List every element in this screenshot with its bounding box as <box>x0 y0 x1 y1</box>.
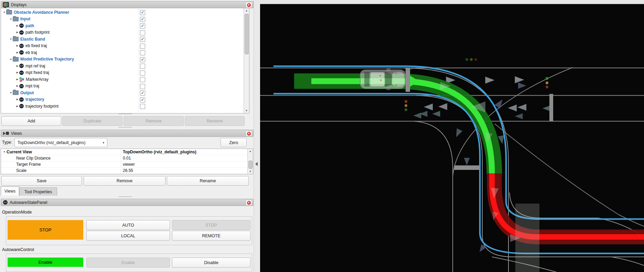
splitter-handle[interactable] <box>119 196 132 197</box>
tree-item-label: eb fixed traj <box>25 43 47 48</box>
enable-checkbox[interactable] <box>140 44 145 49</box>
scrollbar-thumb[interactable] <box>245 14 249 54</box>
tree-item-label: Model Predictive Trajectory <box>20 57 74 62</box>
duplicate-display-button: Duplicate <box>62 116 122 126</box>
tree-row-obstacle-avoidance-planner[interactable]: ▼Obstacle Avoidance Planner✓ <box>1 9 249 16</box>
tree-row-markerarray[interactable]: ▶MarkerArray <box>1 76 249 83</box>
tree-row-trajectory-footprint[interactable]: ▶∧∧trajectory footprint <box>1 103 249 110</box>
expand-arrow-icon[interactable]: ▶ <box>15 44 19 47</box>
tree-row-path[interactable]: ▶∧∧path✓ <box>1 22 249 29</box>
add-display-button[interactable]: Add <box>1 116 61 126</box>
displays-tree-scrollbar[interactable]: ▲ ▼ <box>244 8 249 113</box>
enable-checkbox[interactable] <box>140 50 145 55</box>
tree-row-path-footprint[interactable]: ▶∧∧path footprint <box>1 29 249 36</box>
tree-row-eb-traj[interactable]: ▶∧∧eb traj <box>1 49 249 56</box>
enable-checkbox[interactable] <box>140 84 145 89</box>
left-dock-panel: Displays ✕ ▼Obstacle Avoidance Planner✓▼… <box>0 0 254 272</box>
operation-mode-label: OperationMode <box>2 210 32 215</box>
expand-arrow-icon[interactable]: ▶ <box>15 71 19 74</box>
tree-row-trajectory[interactable]: ▶∧∧trajectory✓ <box>1 96 249 103</box>
tree-row-model-predictive-trajectory[interactable]: ▼Model Predictive Trajectory✓ <box>1 56 249 63</box>
displays-close-button[interactable]: ✕ <box>246 2 252 8</box>
expand-arrow-icon[interactable]: ▶ <box>15 24 19 27</box>
autoware-close-button[interactable]: ✕ <box>246 200 252 206</box>
tree-row-output[interactable]: ▼Output✓ <box>1 89 249 96</box>
splitter-handle[interactable] <box>119 127 132 128</box>
zero-button[interactable]: Zero <box>221 138 247 147</box>
enable-checkbox[interactable]: ✓ <box>140 57 145 62</box>
traffic-light-indicator <box>465 58 468 61</box>
enable-checkbox[interactable]: ✓ <box>140 97 145 102</box>
autoware-display-icon: ∧∧ <box>19 23 24 28</box>
collapse-arrow-icon[interactable]: ▼ <box>9 18 13 20</box>
expand-arrow-icon[interactable]: ▶ <box>15 105 19 108</box>
auto-mode-button[interactable]: AUTO <box>86 220 170 230</box>
collapse-arrow-icon[interactable]: ▼ <box>2 11 6 13</box>
expand-arrow-icon[interactable]: ▶ <box>15 98 19 101</box>
tree-row-mpt-ref-traj[interactable]: ▶∧∧mpt ref traj <box>1 63 249 69</box>
tree-item-label: trajectory <box>25 97 44 102</box>
local-mode-button[interactable]: LOCAL <box>86 231 170 241</box>
collapse-arrow-icon[interactable]: ▼ <box>9 58 13 61</box>
scroll-up-icon[interactable]: ▲ <box>248 149 253 154</box>
enable-checkbox[interactable]: ✓ <box>140 23 145 29</box>
enable-checkbox[interactable] <box>140 104 145 109</box>
tree-item-label: mpt traj <box>25 84 39 88</box>
property-row[interactable]: Near Clip Distance 0.01 <box>1 155 253 161</box>
tree-row-elastic-band[interactable]: ▼Elastic Band✓ <box>1 36 249 43</box>
scroll-down-icon[interactable]: ▼ <box>244 108 249 113</box>
views-panel-titlebar[interactable]: Views ✕ <box>1 130 254 137</box>
save-view-button[interactable]: Save <box>1 176 82 186</box>
tree-row-input[interactable]: ▼Input✓ <box>1 16 249 23</box>
tree-item-label: mpt fixed traj <box>25 70 49 75</box>
scrollbar-thumb[interactable] <box>248 161 253 169</box>
properties-scrollbar[interactable]: ▲ ▼ <box>247 149 253 174</box>
enable-checkbox[interactable]: ✓ <box>140 90 145 96</box>
scroll-up-icon[interactable]: ▲ <box>244 8 249 13</box>
expand-arrow-icon[interactable]: ▶ <box>15 78 19 81</box>
expand-arrow-icon[interactable]: ▶ <box>15 85 19 87</box>
view-type-dropdown[interactable]: TopDownOrtho (rviz_default_plugins) ▾ <box>14 138 107 147</box>
autoware-state-panel-titlebar[interactable]: ∧∧ AutowareStatePanel ✕ <box>1 199 254 206</box>
autoware-control-label: AutowareControl <box>2 247 34 252</box>
traffic-light-indicator <box>546 77 548 80</box>
collapse-left-icon[interactable] <box>255 162 258 166</box>
tab-views[interactable]: Views <box>1 186 19 196</box>
property-row[interactable]: Scale 26.55 <box>1 167 253 174</box>
expand-arrow-icon[interactable]: ▶ <box>15 51 19 54</box>
enable-checkbox[interactable] <box>140 64 145 69</box>
displays-panel-titlebar[interactable]: Displays ✕ <box>1 1 254 8</box>
expand-arrow-icon[interactable]: ▶ <box>15 31 19 34</box>
chevron-down-icon: ▾ <box>103 141 104 144</box>
enable-checkbox[interactable] <box>140 30 145 35</box>
enable-checkbox[interactable]: ✓ <box>140 17 145 22</box>
enable-checkbox[interactable] <box>140 70 145 76</box>
displays-tree[interactable]: ▼Obstacle Avoidance Planner✓▼Input✓▶∧∧pa… <box>1 8 249 113</box>
enable-checkbox[interactable]: ✓ <box>140 37 145 42</box>
stop-line <box>549 94 553 121</box>
tree-row-eb-fixed-traj[interactable]: ▶∧∧eb fixed traj <box>1 43 249 50</box>
splitter-handle[interactable] <box>119 113 132 114</box>
tree-row-mpt-traj[interactable]: ▶∧∧mpt traj <box>1 83 249 90</box>
views-close-button[interactable]: ✕ <box>246 131 252 137</box>
property-row[interactable]: Target Frame viewer <box>1 161 253 167</box>
disable-control-button[interactable]: Disable <box>172 258 250 268</box>
dock-splitter[interactable] <box>254 0 260 272</box>
expand-arrow-icon[interactable]: ▶ <box>15 65 19 67</box>
collapse-arrow-icon[interactable]: ▼ <box>3 151 7 153</box>
collapse-arrow-icon[interactable]: ▼ <box>9 38 13 40</box>
collapse-arrow-icon[interactable]: ▼ <box>9 91 13 94</box>
operation-mode-state: STOP <box>8 220 83 240</box>
tab-tool-properties[interactable]: Tool Properties <box>19 187 57 196</box>
rename-view-button[interactable]: Rename <box>167 176 249 186</box>
autoware-display-icon: ∧∧ <box>19 50 24 55</box>
view-properties-table[interactable]: ▼ Current View TopDownOrtho (rviz_defaul… <box>1 149 253 174</box>
autoware-display-icon: ∧∧ <box>19 97 24 102</box>
enable-checkbox[interactable] <box>140 77 145 82</box>
tree-row-mpt-fixed-traj[interactable]: ▶∧∧mpt fixed traj <box>1 69 249 76</box>
remove-view-button[interactable]: Remove <box>84 176 165 186</box>
scroll-down-icon[interactable]: ▼ <box>248 169 253 174</box>
current-view-row[interactable]: ▼ Current View TopDownOrtho (rviz_defaul… <box>1 149 253 155</box>
remote-mode-button[interactable]: REMOTE <box>172 231 250 241</box>
enable-checkbox[interactable]: ✓ <box>140 10 145 15</box>
